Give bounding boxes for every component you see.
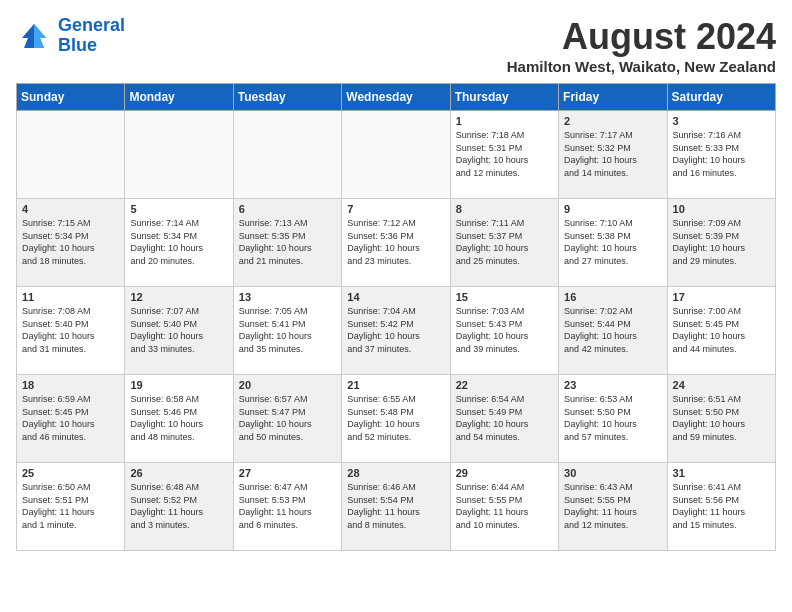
day-number: 9 (564, 203, 661, 215)
weekday-header: Friday (559, 84, 667, 111)
day-info: Sunrise: 7:03 AM Sunset: 5:43 PM Dayligh… (456, 305, 553, 355)
logo-text: General Blue (58, 16, 125, 56)
day-info: Sunrise: 6:41 AM Sunset: 5:56 PM Dayligh… (673, 481, 770, 531)
day-number: 27 (239, 467, 336, 479)
calendar-table: SundayMondayTuesdayWednesdayThursdayFrid… (16, 83, 776, 551)
title-block: August 2024 Hamilton West, Waikato, New … (507, 16, 776, 75)
day-info: Sunrise: 7:13 AM Sunset: 5:35 PM Dayligh… (239, 217, 336, 267)
calendar-body: 1Sunrise: 7:18 AM Sunset: 5:31 PM Daylig… (17, 111, 776, 551)
calendar-cell: 13Sunrise: 7:05 AM Sunset: 5:41 PM Dayli… (233, 287, 341, 375)
logo: General Blue (16, 16, 125, 56)
calendar-cell: 27Sunrise: 6:47 AM Sunset: 5:53 PM Dayli… (233, 463, 341, 551)
calendar-cell: 22Sunrise: 6:54 AM Sunset: 5:49 PM Dayli… (450, 375, 558, 463)
day-number: 20 (239, 379, 336, 391)
page-header: General Blue August 2024 Hamilton West, … (16, 16, 776, 75)
day-info: Sunrise: 7:09 AM Sunset: 5:39 PM Dayligh… (673, 217, 770, 267)
calendar-cell (125, 111, 233, 199)
calendar-cell: 10Sunrise: 7:09 AM Sunset: 5:39 PM Dayli… (667, 199, 775, 287)
day-number: 18 (22, 379, 119, 391)
day-info: Sunrise: 6:48 AM Sunset: 5:52 PM Dayligh… (130, 481, 227, 531)
day-number: 31 (673, 467, 770, 479)
calendar-cell: 29Sunrise: 6:44 AM Sunset: 5:55 PM Dayli… (450, 463, 558, 551)
weekday-header: Wednesday (342, 84, 450, 111)
day-info: Sunrise: 7:15 AM Sunset: 5:34 PM Dayligh… (22, 217, 119, 267)
day-number: 3 (673, 115, 770, 127)
calendar-cell: 26Sunrise: 6:48 AM Sunset: 5:52 PM Dayli… (125, 463, 233, 551)
day-number: 8 (456, 203, 553, 215)
weekday-header: Monday (125, 84, 233, 111)
day-number: 21 (347, 379, 444, 391)
day-number: 13 (239, 291, 336, 303)
calendar-cell: 7Sunrise: 7:12 AM Sunset: 5:36 PM Daylig… (342, 199, 450, 287)
day-number: 10 (673, 203, 770, 215)
day-info: Sunrise: 7:17 AM Sunset: 5:32 PM Dayligh… (564, 129, 661, 179)
day-number: 23 (564, 379, 661, 391)
day-info: Sunrise: 6:51 AM Sunset: 5:50 PM Dayligh… (673, 393, 770, 443)
logo-icon (16, 18, 52, 54)
calendar-cell: 24Sunrise: 6:51 AM Sunset: 5:50 PM Dayli… (667, 375, 775, 463)
day-number: 1 (456, 115, 553, 127)
calendar-cell (233, 111, 341, 199)
calendar-week-row: 1Sunrise: 7:18 AM Sunset: 5:31 PM Daylig… (17, 111, 776, 199)
day-number: 29 (456, 467, 553, 479)
calendar-week-row: 18Sunrise: 6:59 AM Sunset: 5:45 PM Dayli… (17, 375, 776, 463)
day-info: Sunrise: 6:44 AM Sunset: 5:55 PM Dayligh… (456, 481, 553, 531)
day-number: 16 (564, 291, 661, 303)
calendar-cell: 15Sunrise: 7:03 AM Sunset: 5:43 PM Dayli… (450, 287, 558, 375)
calendar-cell: 23Sunrise: 6:53 AM Sunset: 5:50 PM Dayli… (559, 375, 667, 463)
calendar-cell: 19Sunrise: 6:58 AM Sunset: 5:46 PM Dayli… (125, 375, 233, 463)
day-number: 28 (347, 467, 444, 479)
day-number: 5 (130, 203, 227, 215)
location: Hamilton West, Waikato, New Zealand (507, 58, 776, 75)
day-info: Sunrise: 6:46 AM Sunset: 5:54 PM Dayligh… (347, 481, 444, 531)
day-number: 2 (564, 115, 661, 127)
calendar-header-row: SundayMondayTuesdayWednesdayThursdayFrid… (17, 84, 776, 111)
day-info: Sunrise: 7:16 AM Sunset: 5:33 PM Dayligh… (673, 129, 770, 179)
day-number: 15 (456, 291, 553, 303)
day-number: 6 (239, 203, 336, 215)
calendar-week-row: 4Sunrise: 7:15 AM Sunset: 5:34 PM Daylig… (17, 199, 776, 287)
day-number: 24 (673, 379, 770, 391)
calendar-cell: 18Sunrise: 6:59 AM Sunset: 5:45 PM Dayli… (17, 375, 125, 463)
weekday-header: Thursday (450, 84, 558, 111)
day-number: 11 (22, 291, 119, 303)
day-number: 12 (130, 291, 227, 303)
calendar-cell: 14Sunrise: 7:04 AM Sunset: 5:42 PM Dayli… (342, 287, 450, 375)
calendar-cell: 20Sunrise: 6:57 AM Sunset: 5:47 PM Dayli… (233, 375, 341, 463)
day-number: 25 (22, 467, 119, 479)
day-number: 26 (130, 467, 227, 479)
day-info: Sunrise: 6:47 AM Sunset: 5:53 PM Dayligh… (239, 481, 336, 531)
calendar-cell: 3Sunrise: 7:16 AM Sunset: 5:33 PM Daylig… (667, 111, 775, 199)
calendar-cell: 21Sunrise: 6:55 AM Sunset: 5:48 PM Dayli… (342, 375, 450, 463)
day-info: Sunrise: 7:12 AM Sunset: 5:36 PM Dayligh… (347, 217, 444, 267)
calendar-cell: 16Sunrise: 7:02 AM Sunset: 5:44 PM Dayli… (559, 287, 667, 375)
calendar-cell: 30Sunrise: 6:43 AM Sunset: 5:55 PM Dayli… (559, 463, 667, 551)
calendar-cell: 28Sunrise: 6:46 AM Sunset: 5:54 PM Dayli… (342, 463, 450, 551)
weekday-header: Tuesday (233, 84, 341, 111)
day-number: 19 (130, 379, 227, 391)
calendar-cell: 25Sunrise: 6:50 AM Sunset: 5:51 PM Dayli… (17, 463, 125, 551)
calendar-cell: 11Sunrise: 7:08 AM Sunset: 5:40 PM Dayli… (17, 287, 125, 375)
day-info: Sunrise: 6:57 AM Sunset: 5:47 PM Dayligh… (239, 393, 336, 443)
day-info: Sunrise: 6:50 AM Sunset: 5:51 PM Dayligh… (22, 481, 119, 531)
day-number: 30 (564, 467, 661, 479)
day-info: Sunrise: 6:58 AM Sunset: 5:46 PM Dayligh… (130, 393, 227, 443)
day-info: Sunrise: 6:59 AM Sunset: 5:45 PM Dayligh… (22, 393, 119, 443)
calendar-cell: 4Sunrise: 7:15 AM Sunset: 5:34 PM Daylig… (17, 199, 125, 287)
day-number: 7 (347, 203, 444, 215)
day-info: Sunrise: 7:04 AM Sunset: 5:42 PM Dayligh… (347, 305, 444, 355)
calendar-week-row: 11Sunrise: 7:08 AM Sunset: 5:40 PM Dayli… (17, 287, 776, 375)
calendar-cell: 17Sunrise: 7:00 AM Sunset: 5:45 PM Dayli… (667, 287, 775, 375)
day-info: Sunrise: 6:54 AM Sunset: 5:49 PM Dayligh… (456, 393, 553, 443)
weekday-header: Saturday (667, 84, 775, 111)
day-info: Sunrise: 7:02 AM Sunset: 5:44 PM Dayligh… (564, 305, 661, 355)
day-number: 17 (673, 291, 770, 303)
day-info: Sunrise: 6:55 AM Sunset: 5:48 PM Dayligh… (347, 393, 444, 443)
weekday-header: Sunday (17, 84, 125, 111)
calendar-cell: 6Sunrise: 7:13 AM Sunset: 5:35 PM Daylig… (233, 199, 341, 287)
calendar-cell: 5Sunrise: 7:14 AM Sunset: 5:34 PM Daylig… (125, 199, 233, 287)
day-info: Sunrise: 7:10 AM Sunset: 5:38 PM Dayligh… (564, 217, 661, 267)
day-info: Sunrise: 7:08 AM Sunset: 5:40 PM Dayligh… (22, 305, 119, 355)
day-number: 14 (347, 291, 444, 303)
day-info: Sunrise: 7:14 AM Sunset: 5:34 PM Dayligh… (130, 217, 227, 267)
